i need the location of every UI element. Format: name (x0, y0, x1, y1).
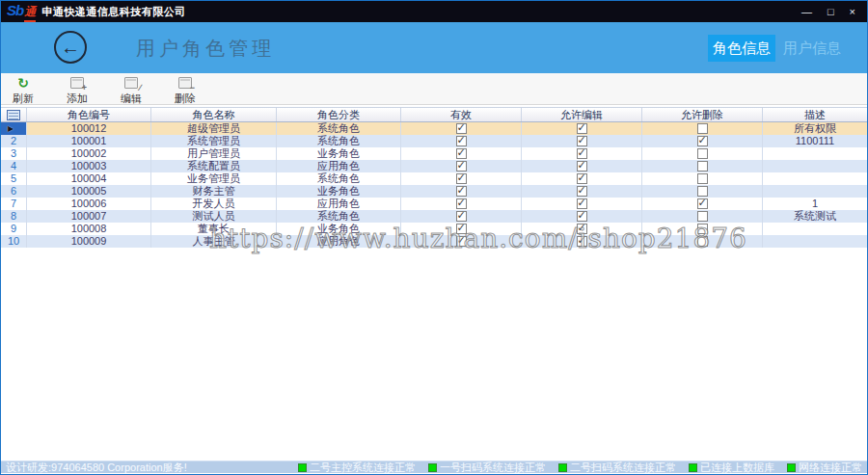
allow-delete-checkbox[interactable] (697, 148, 708, 159)
cell-allow-delete (642, 235, 763, 248)
window-controls: — □ × (801, 7, 861, 16)
allow-edit-checkbox[interactable] (577, 148, 587, 159)
column-header-description[interactable]: 描述 (763, 108, 867, 121)
table-row[interactable]: 4 100003 系统配置员 应用角色 (1, 160, 867, 172)
allow-edit-checkbox[interactable] (577, 186, 587, 197)
add-label: 添加 (67, 92, 88, 106)
cell-role-name: 财务主管 (151, 185, 277, 198)
valid-checkbox[interactable] (456, 198, 467, 209)
delete-button[interactable]: 删除 (167, 76, 203, 106)
valid-checkbox[interactable] (456, 224, 467, 234)
allow-edit-checkbox[interactable] (577, 123, 587, 134)
add-button[interactable]: 添加 (59, 76, 95, 106)
row-indicator[interactable] (1, 122, 27, 135)
cell-role-category: 系统角色 (277, 135, 401, 147)
column-header-role-id[interactable]: 角色编号 (27, 108, 151, 121)
cell-role-category: 系统角色 (277, 122, 401, 135)
allow-delete-checkbox[interactable] (697, 236, 708, 247)
column-header-allow-edit[interactable]: 允许编辑 (522, 108, 642, 121)
row-indicator[interactable]: 5 (1, 172, 27, 185)
column-header-role-name[interactable]: 角色名称 (151, 108, 277, 121)
allow-edit-checkbox[interactable] (577, 136, 587, 146)
minimize-icon[interactable]: — (801, 7, 812, 16)
edit-label: 编辑 (121, 92, 142, 106)
row-indicator[interactable]: 4 (1, 160, 27, 172)
row-indicator[interactable]: 7 (1, 198, 27, 210)
allow-delete-checkbox[interactable] (697, 161, 708, 172)
cell-role-name: 用户管理员 (151, 147, 277, 160)
maximize-icon[interactable]: □ (827, 7, 834, 16)
valid-checkbox[interactable] (456, 236, 467, 247)
table-row[interactable]: 8 100007 测试人员 系统角色 系统测试 (1, 210, 867, 223)
row-indicator[interactable]: 10 (1, 235, 27, 248)
allow-delete-checkbox[interactable] (697, 186, 708, 197)
valid-checkbox[interactable] (456, 136, 467, 146)
cell-role-id: 100007 (27, 210, 151, 223)
cell-role-name: 超级管理员 (151, 122, 277, 135)
cell-allow-delete (642, 135, 763, 147)
refresh-button[interactable]: 刷新 (5, 76, 41, 106)
table-header-row: 角色编号 角色名称 角色分类 有效 允许编辑 允许删除 描述 (1, 107, 867, 122)
table-row[interactable]: 100012 超级管理员 系统角色 所有权限 (1, 122, 867, 135)
cell-role-category: 应用角色 (277, 160, 401, 172)
status-indicator: 网络连接正常 (787, 462, 862, 473)
back-button[interactable]: ← (54, 31, 87, 64)
row-indicator[interactable]: 3 (1, 147, 27, 160)
green-status-icon (428, 463, 437, 472)
cell-description (763, 185, 867, 198)
valid-checkbox[interactable] (456, 123, 467, 134)
row-indicator[interactable]: 9 (1, 223, 27, 235)
table-row[interactable]: 5 100004 业务管理员 系统角色 (1, 172, 867, 185)
column-header-allow-delete[interactable]: 允许删除 (642, 108, 763, 121)
allow-delete-checkbox[interactable] (697, 224, 708, 234)
allow-edit-checkbox[interactable] (577, 173, 587, 184)
status-indicator-label: 一号扫码系统连接正常 (440, 462, 546, 473)
valid-checkbox[interactable] (456, 161, 467, 172)
allow-delete-checkbox[interactable] (697, 198, 708, 209)
cell-role-id: 100012 (27, 122, 151, 135)
allow-delete-checkbox[interactable] (697, 136, 708, 146)
cell-allow-edit (522, 235, 642, 248)
cell-valid (401, 235, 522, 248)
allow-delete-checkbox[interactable] (697, 123, 708, 134)
cell-allow-edit (522, 198, 642, 210)
valid-checkbox[interactable] (456, 186, 467, 197)
green-status-icon (558, 463, 567, 472)
valid-checkbox[interactable] (456, 173, 467, 184)
cell-allow-delete (642, 198, 763, 210)
allow-edit-checkbox[interactable] (577, 211, 587, 222)
allow-delete-checkbox[interactable] (697, 173, 708, 184)
table-row[interactable]: 10 100009 人事主管 应用角色 (1, 235, 867, 248)
valid-checkbox[interactable] (456, 211, 467, 222)
table-row[interactable]: 3 100002 用户管理员 业务角色 (1, 147, 867, 160)
cell-valid (401, 135, 522, 147)
edit-button[interactable]: 编辑 (113, 76, 149, 106)
row-indicator[interactable]: 2 (1, 135, 27, 147)
column-header-valid[interactable]: 有效 (401, 108, 522, 121)
table-row[interactable]: 2 100001 系统管理员 系统角色 1100111 (1, 135, 867, 147)
table-row[interactable]: 7 100006 开发人员 应用角色 1 (1, 198, 867, 210)
table-row[interactable]: 6 100005 财务主管 业务角色 (1, 185, 867, 198)
cell-role-name: 系统配置员 (151, 160, 277, 172)
select-all-header-cell[interactable] (1, 108, 27, 121)
cell-description (763, 235, 867, 248)
company-logo-icon: Sb 通 (7, 2, 36, 22)
valid-checkbox[interactable] (456, 148, 467, 159)
tab-role-info[interactable]: 角色信息 (708, 35, 775, 62)
allow-edit-checkbox[interactable] (577, 236, 587, 247)
column-header-role-category[interactable]: 角色分类 (277, 108, 401, 121)
table-row[interactable]: 9 100008 董事长 业务角色 (1, 223, 867, 235)
allow-edit-checkbox[interactable] (577, 161, 587, 172)
cell-role-id: 100003 (27, 160, 151, 172)
allow-edit-checkbox[interactable] (577, 224, 587, 234)
close-icon[interactable]: × (850, 7, 855, 16)
cell-description (763, 147, 867, 160)
allow-edit-checkbox[interactable] (577, 198, 587, 209)
row-indicator[interactable]: 6 (1, 185, 27, 198)
row-indicator[interactable]: 8 (1, 210, 27, 223)
status-indicator-label: 已连接上数据库 (700, 462, 774, 473)
status-left-text: 设计研发:974064580 Corporation服务! (6, 462, 187, 473)
status-indicator: 二号主控系统连接正常 (298, 462, 416, 473)
allow-delete-checkbox[interactable] (697, 211, 708, 222)
tab-user-info[interactable]: 用户信息 (778, 35, 846, 62)
